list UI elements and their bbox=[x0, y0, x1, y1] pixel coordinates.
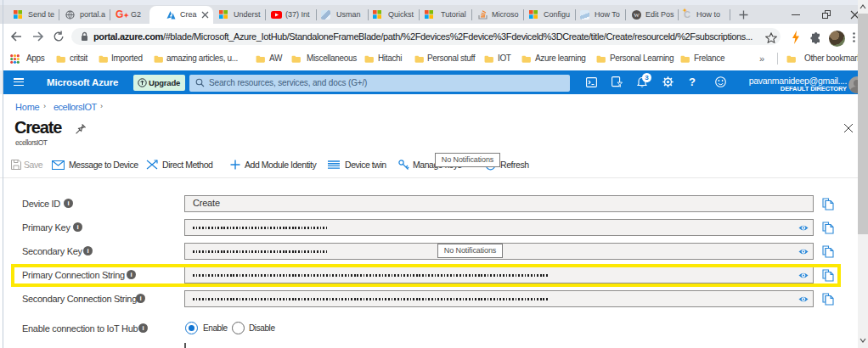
svg-text:W: W bbox=[634, 12, 640, 19]
